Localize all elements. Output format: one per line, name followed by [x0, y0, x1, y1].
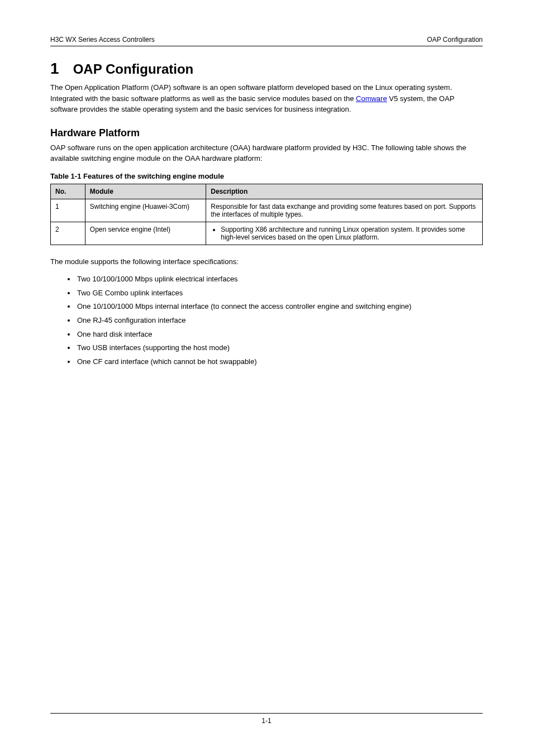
table-caption: Table 1-1 Features of the switching engi…: [50, 172, 483, 180]
table-header-row: No. Module Description: [51, 184, 483, 199]
cell-description: Responsible for fast data exchange and p…: [206, 199, 483, 222]
cell-module: Switching engine (Huawei-3Com): [85, 199, 206, 222]
list-item: Two USB interfaces (supporting the host …: [76, 341, 483, 355]
table-row: 2 Open service engine (Intel) Supporting…: [51, 222, 483, 245]
list-item: One hard disk interface: [76, 328, 483, 342]
th-module: Module: [85, 184, 206, 199]
page-footer: 1-1: [50, 713, 483, 725]
footer-page-number: 1-1: [261, 717, 271, 725]
list-item: Two 10/100/1000 Mbps uplink electrical i…: [76, 272, 483, 286]
table-row: 1 Switching engine (Huawei-3Com) Respons…: [51, 199, 483, 222]
intro-paragraph: The Open Application Platform (OAP) soft…: [50, 82, 483, 115]
specs-intro: The module supports the following interf…: [50, 256, 483, 267]
subheading-hardware: Hardware Platform: [50, 127, 483, 139]
feature-table: No. Module Description 1 Switching engin…: [50, 184, 483, 245]
comware-link[interactable]: Comware: [356, 94, 387, 103]
list-item: One RJ-45 configuration interface: [76, 314, 483, 328]
title-number: 1: [50, 60, 69, 78]
hardware-paragraph: OAP software runs on the open applicatio…: [50, 142, 483, 164]
header-rule: [50, 46, 483, 46]
cell-no: 1: [51, 199, 85, 222]
cell-no: 2: [51, 222, 85, 245]
title-text: OAP Configuration: [73, 61, 194, 76]
page-header: H3C WX Series Access Controllers OAP Con…: [50, 36, 483, 46]
header-right: OAP Configuration: [427, 36, 483, 44]
specs-list: Two 10/100/1000 Mbps uplink electrical i…: [76, 272, 483, 369]
page-title: 1 OAP Configuration: [50, 60, 483, 78]
cell-description: Supporting X86 architecture and running …: [206, 222, 483, 245]
list-item: One CF card interface (which cannot be h…: [76, 355, 483, 369]
list-item: One 10/100/1000 Mbps internal interface …: [76, 300, 483, 314]
cell-description-bullet: Supporting X86 architecture and running …: [221, 226, 478, 241]
footer-rule: [50, 713, 483, 714]
cell-module: Open service engine (Intel): [85, 222, 206, 245]
list-item: Two GE Combo uplink interfaces: [76, 286, 483, 300]
th-no: No.: [51, 184, 85, 199]
header-left: H3C WX Series Access Controllers: [50, 36, 155, 44]
th-description: Description: [206, 184, 483, 199]
